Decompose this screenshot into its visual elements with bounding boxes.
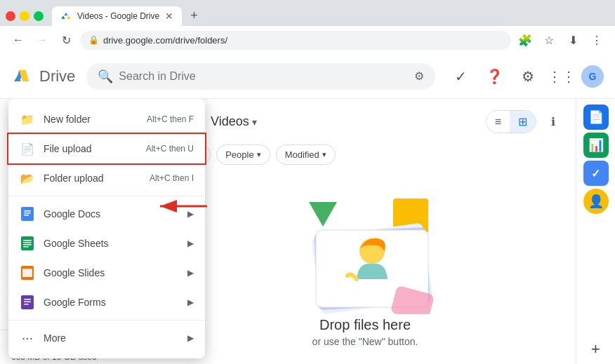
forward-btn[interactable]: → xyxy=(32,30,52,50)
file-upload-icon: 📄 xyxy=(20,141,35,156)
people-label: People xyxy=(225,149,253,160)
drive-header: Drive 🔍 ⚙ ✓ ❓ ⚙ ⋮⋮ G xyxy=(0,54,615,99)
search-bar[interactable]: 🔍 ⚙ xyxy=(86,63,435,90)
grid-view-btn[interactable]: ⊞ xyxy=(510,111,536,133)
svg-rect-19 xyxy=(24,299,31,300)
list-view-btn[interactable]: ≡ xyxy=(487,111,510,133)
menu-item-new-folder[interactable]: 📁 New folder Alt+C then F xyxy=(8,105,205,134)
menu-item-file-upload[interactable]: 📄 File upload Alt+C then U xyxy=(8,134,205,163)
sheets-icon: 📊 xyxy=(588,137,604,153)
new-tab-btn[interactable]: + xyxy=(185,6,204,26)
tab-title: Videos - Google Drive xyxy=(77,11,159,21)
menu-item-label: Google Sheets xyxy=(44,238,179,249)
win-max-btn[interactable] xyxy=(34,11,44,21)
drop-zone-illustration xyxy=(274,188,456,314)
right-panel-tasks[interactable]: ✓ xyxy=(583,161,609,186)
active-tab[interactable]: Videos - Google Drive ✕ xyxy=(52,6,182,26)
svg-rect-15 xyxy=(23,246,29,248)
right-panel-docs[interactable]: 📄 xyxy=(583,105,609,130)
content-area: Drive › Videos ▾ ≡ ⊞ ℹ Type ▾ xyxy=(154,99,576,364)
drive-logo-icon xyxy=(11,67,34,86)
new-folder-icon: 📁 xyxy=(20,112,35,127)
menu-item-shortcut: Alt+C then F xyxy=(147,114,194,124)
menu-btn[interactable]: ⋮ xyxy=(587,30,607,50)
svg-rect-10 xyxy=(24,215,29,216)
menu-item-label: Google Forms xyxy=(44,297,179,308)
refresh-btn[interactable]: ↻ xyxy=(56,30,76,50)
svg-rect-12 xyxy=(23,240,32,241)
google-slides-icon xyxy=(20,265,35,281)
bookmark-btn[interactable]: ☆ xyxy=(539,30,559,50)
menu-item-label: Google Slides xyxy=(44,267,179,278)
settings-icon[interactable]: ⚙ xyxy=(514,62,542,90)
svg-marker-0 xyxy=(309,202,337,227)
menu-arrow: ▶ xyxy=(187,209,194,219)
menu-divider-2 xyxy=(8,320,205,321)
menu-item-google-sheets[interactable]: Google Sheets ▶ xyxy=(8,229,205,258)
drop-zone-subtitle: or use the "New" button. xyxy=(312,336,418,347)
svg-rect-13 xyxy=(23,242,32,243)
menu-item-label: New folder xyxy=(44,114,138,125)
back-btn[interactable]: ← xyxy=(8,30,28,50)
search-icon: 🔍 xyxy=(98,69,113,84)
menu-item-folder-upload[interactable]: 📂 Folder upload Alt+C then I xyxy=(8,163,205,193)
google-sheets-icon xyxy=(20,236,35,251)
secure-icon: 🔒 xyxy=(88,35,99,45)
svg-rect-21 xyxy=(24,304,29,305)
address-bar[interactable]: 🔒 drive.google.com/drive/folders/ xyxy=(80,31,511,50)
header-right: ✓ ❓ ⚙ ⋮⋮ G xyxy=(447,62,604,90)
more-icon: ⋯ xyxy=(20,330,35,346)
svg-rect-9 xyxy=(24,213,31,214)
add-panel-btn[interactable]: + xyxy=(583,337,609,362)
svg-rect-14 xyxy=(23,244,32,245)
extensions-btn[interactable]: 🧩 xyxy=(515,30,535,50)
help-icon[interactable]: ❓ xyxy=(480,62,508,90)
support-icon[interactable]: ✓ xyxy=(447,62,475,90)
svg-rect-20 xyxy=(24,302,31,303)
menu-divider-1 xyxy=(8,196,205,196)
docs-icon: 📄 xyxy=(588,109,604,125)
search-input[interactable] xyxy=(119,70,409,83)
breadcrumb-current[interactable]: Videos ▾ xyxy=(211,114,257,129)
google-docs-icon xyxy=(20,206,35,222)
win-min-btn[interactable] xyxy=(20,11,29,21)
svg-rect-17 xyxy=(22,269,32,277)
browser-chrome: Videos - Google Drive ✕ + ← → ↻ 🔒 drive.… xyxy=(0,0,615,54)
folder-upload-icon: 📂 xyxy=(20,170,35,186)
menu-item-google-docs[interactable]: Google Docs ▶ xyxy=(8,199,205,229)
menu-arrow: ▶ xyxy=(187,297,194,307)
people-filter-btn[interactable]: People ▾ xyxy=(216,144,270,165)
avatar[interactable]: G xyxy=(581,65,604,88)
right-panel: 📄 📊 ✓ 👤 + xyxy=(576,99,615,364)
tab-close-icon[interactable]: ✕ xyxy=(165,11,173,22)
download-btn[interactable]: ⬇ xyxy=(563,30,583,50)
info-btn[interactable]: ℹ xyxy=(542,111,564,133)
menu-item-google-slides[interactable]: Google Slides ▶ xyxy=(8,258,205,288)
menu-item-google-forms[interactable]: Google Forms ▶ xyxy=(8,288,205,317)
menu-arrow: ▶ xyxy=(187,238,194,248)
google-forms-icon xyxy=(20,295,35,310)
drive-app: Drive 🔍 ⚙ ✓ ❓ ⚙ ⋮⋮ G + New 🗂 My Drive xyxy=(0,54,615,364)
modified-filter-btn[interactable]: Modified ▾ xyxy=(276,144,336,165)
svg-rect-7 xyxy=(21,207,34,221)
tab-bar: Videos - Google Drive ✕ + xyxy=(0,0,615,26)
apps-icon[interactable]: ⋮⋮ xyxy=(548,62,576,90)
right-panel-contacts[interactable]: 👤 xyxy=(583,189,609,214)
drop-zone-title: Drop files here xyxy=(319,317,411,333)
menu-item-shortcut: Alt+C then I xyxy=(150,173,194,183)
win-close-btn[interactable] xyxy=(6,11,15,21)
drop-zone: Drop files here or use the "New" button. xyxy=(166,176,564,358)
filter-bar: Type ▾ People ▾ Modified ▾ xyxy=(166,144,564,165)
breadcrumb-dropdown-icon: ▾ xyxy=(252,116,257,128)
nav-bar: ← → ↻ 🔒 drive.google.com/drive/folders/ … xyxy=(0,26,615,54)
search-tune-icon[interactable]: ⚙ xyxy=(414,69,424,83)
modified-label: Modified xyxy=(285,149,319,160)
right-panel-sheets[interactable]: 📊 xyxy=(583,133,609,158)
menu-item-label: File upload xyxy=(44,143,138,154)
dropdown-menu: 📁 New folder Alt+C then F 📄 File upload … xyxy=(8,99,205,358)
menu-arrow: ▶ xyxy=(187,333,194,343)
menu-item-label: Google Docs xyxy=(44,208,179,220)
menu-item-shortcut: Alt+C then U xyxy=(146,144,194,154)
menu-item-more[interactable]: ⋯ More ▶ xyxy=(8,323,205,353)
contacts-icon: 👤 xyxy=(588,194,604,209)
